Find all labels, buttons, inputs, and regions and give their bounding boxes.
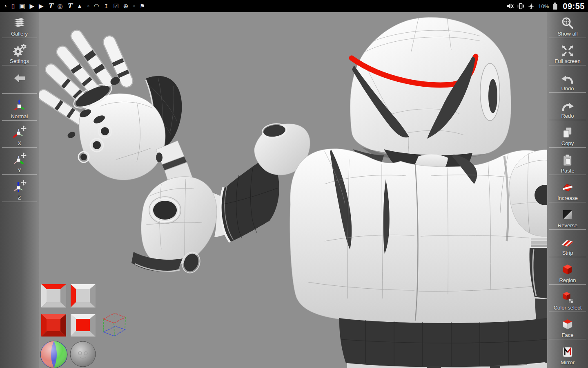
video-icon-2: ▶ bbox=[39, 0, 44, 12]
move-z-button[interactable]: Z bbox=[0, 175, 39, 202]
strip-icon bbox=[560, 236, 575, 249]
mirror-label: Mirror bbox=[561, 360, 575, 366]
region-label: Region bbox=[559, 278, 576, 283]
notification-area: ◔ ▯ ▣ ▶ ▶ T ◎ T ▲ ▫ ◠ ↥ ☑ ⊕ ▫ ⚑ bbox=[3, 0, 145, 12]
color-select-label: Color select bbox=[554, 305, 582, 311]
move-normal-button[interactable]: Normal bbox=[0, 94, 39, 121]
reverse-label: Reverse bbox=[558, 223, 577, 229]
system-status-area: 10% 09:55 bbox=[506, 2, 585, 11]
app-icon-dim-2: ▫ bbox=[133, 0, 135, 12]
full-screen-button[interactable]: Full screen bbox=[547, 38, 588, 65]
redo-button[interactable]: Redo bbox=[547, 93, 588, 120]
viewport-3d[interactable] bbox=[39, 12, 547, 368]
reverse-icon bbox=[560, 208, 575, 222]
mirror-icon bbox=[560, 345, 575, 359]
mirror-button[interactable]: Mirror bbox=[547, 339, 588, 367]
news-icon-2: T bbox=[67, 0, 72, 12]
copy-icon bbox=[560, 126, 575, 140]
app-icon-dim: ▫ bbox=[87, 0, 89, 12]
color-select-icon bbox=[560, 290, 575, 304]
undo-button[interactable]: Undo bbox=[547, 65, 588, 93]
airplane-icon bbox=[528, 2, 535, 10]
back-button[interactable] bbox=[0, 65, 39, 94]
undo-icon bbox=[560, 73, 575, 85]
redo-label: Redo bbox=[561, 113, 574, 119]
move-z-label: Z bbox=[18, 195, 21, 201]
face-icon bbox=[560, 318, 575, 332]
workspace: Gallery bbox=[0, 12, 588, 368]
screenshot-icon: ▣ bbox=[19, 0, 25, 12]
show-all-button[interactable]: Show all bbox=[547, 12, 588, 38]
strip-label: Strip bbox=[562, 250, 573, 256]
color-select-button[interactable]: Color select bbox=[547, 285, 588, 312]
copy-button[interactable]: Copy bbox=[547, 120, 588, 148]
gray-sphere-button[interactable] bbox=[69, 341, 96, 367]
axis-y-icon bbox=[12, 152, 27, 167]
axis-x-icon bbox=[12, 125, 27, 140]
status-clock: 09:55 bbox=[563, 2, 585, 11]
gallery-label: Gallery bbox=[11, 31, 28, 37]
app-screen: ◔ ▯ ▣ ▶ ▶ T ◎ T ▲ ▫ ◠ ↥ ☑ ⊕ ▫ ⚑ bbox=[0, 0, 588, 368]
settings-icon bbox=[12, 43, 27, 58]
battery-percent: 10% bbox=[538, 3, 549, 9]
move-x-button[interactable]: X bbox=[0, 121, 39, 148]
move-y-label: Y bbox=[18, 168, 21, 173]
face-label: Face bbox=[562, 332, 574, 338]
clock-icon: ◔ bbox=[3, 0, 7, 12]
redo-icon bbox=[560, 100, 575, 112]
increase-icon bbox=[560, 181, 575, 195]
settings-button[interactable]: Settings bbox=[0, 38, 39, 65]
increase-label: Increase bbox=[557, 195, 578, 201]
move-x-label: X bbox=[18, 141, 21, 146]
wire-cube-button[interactable] bbox=[100, 309, 127, 341]
back-arrow-icon bbox=[13, 73, 27, 84]
region-icon bbox=[560, 263, 575, 277]
full-screen-label: Full screen bbox=[555, 58, 581, 64]
axis-z-icon bbox=[12, 180, 27, 194]
box-top-red-button[interactable] bbox=[41, 284, 66, 307]
vibrate-icon bbox=[517, 2, 524, 10]
news-icon: T bbox=[48, 0, 53, 12]
axis-normal-icon bbox=[12, 98, 27, 113]
gallery-button[interactable]: Gallery bbox=[0, 12, 39, 38]
box-center-red-button[interactable] bbox=[71, 314, 96, 337]
gallery-icon bbox=[12, 16, 27, 30]
right-toolbar: Show all Full screen bbox=[547, 12, 588, 368]
phone-icon: ▯ bbox=[11, 0, 15, 12]
box-solid-red-button[interactable] bbox=[41, 314, 66, 337]
fullscreen-icon bbox=[560, 44, 575, 58]
video-icon: ▶ bbox=[30, 0, 35, 12]
paste-icon bbox=[560, 153, 575, 167]
mute-icon bbox=[506, 2, 514, 10]
wifi-icon: ◠ bbox=[94, 0, 99, 12]
settings-label: Settings bbox=[10, 58, 29, 64]
task-done-icon: ☑ bbox=[113, 0, 118, 12]
warning-icon: ▲ bbox=[77, 0, 83, 12]
zoom-all-icon bbox=[560, 16, 575, 30]
left-toolbar: Gallery bbox=[0, 12, 39, 368]
face-button[interactable]: Face bbox=[547, 312, 588, 339]
reverse-button[interactable]: Reverse bbox=[547, 202, 588, 230]
paste-label: Paste bbox=[561, 168, 574, 174]
move-normal-label: Normal bbox=[11, 114, 28, 119]
move-y-button[interactable]: Y bbox=[0, 148, 39, 175]
box-side-red-button[interactable] bbox=[71, 284, 96, 307]
increase-button[interactable]: Increase bbox=[547, 175, 588, 202]
flag-icon: ⚑ bbox=[140, 0, 145, 12]
rgb-sphere-button[interactable] bbox=[40, 340, 68, 368]
show-all-label: Show all bbox=[557, 31, 577, 37]
record-icon: ◎ bbox=[58, 0, 63, 12]
paste-button[interactable]: Paste bbox=[547, 148, 588, 175]
upload-icon: ↥ bbox=[104, 0, 109, 12]
target-icon: ⊕ bbox=[123, 0, 129, 12]
copy-label: Copy bbox=[561, 141, 574, 146]
battery-icon bbox=[552, 2, 558, 10]
status-bar: ◔ ▯ ▣ ▶ ▶ T ◎ T ▲ ▫ ◠ ↥ ☑ ⊕ ▫ ⚑ bbox=[0, 0, 588, 12]
undo-label: Undo bbox=[561, 86, 574, 92]
region-button[interactable]: Region bbox=[547, 257, 588, 285]
strip-button[interactable]: Strip bbox=[547, 230, 588, 257]
left-toolbar-filler bbox=[0, 202, 39, 368]
